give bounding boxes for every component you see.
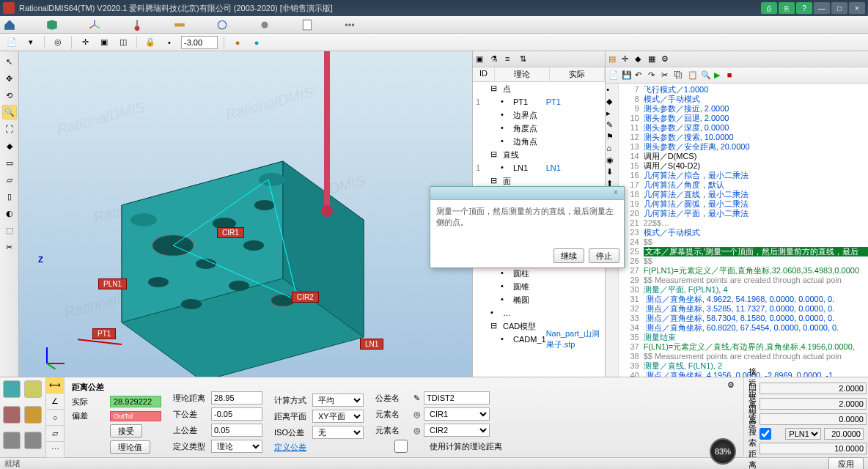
viewport-3d[interactable]: RationalDMISRationalDMIS RationalDMISRat…: [19, 51, 472, 377]
view-top-icon[interactable]: ▱: [2, 172, 17, 187]
titlebar-icon-1[interactable]: ⎙: [761, 2, 777, 14]
deftype-select[interactable]: 理论: [211, 440, 262, 453]
elem1-select[interactable]: CIR1: [424, 407, 490, 421]
code-tab2-icon[interactable]: ✛: [622, 54, 632, 64]
use-calc-checkbox[interactable]: [375, 440, 427, 453]
gutter-icon-3[interactable]: ▸: [606, 108, 617, 119]
toolbar-geom-icon[interactable]: [216, 18, 229, 32]
code-line[interactable]: 12测头参数／搜索, 10.0000: [620, 133, 868, 142]
tree-row[interactable]: •圆锥: [473, 280, 605, 293]
toolbar-report-icon[interactable]: [301, 18, 314, 32]
code-line[interactable]: 7飞行模式／1.0000: [620, 85, 868, 95]
calc-select[interactable]: 平均: [312, 394, 364, 407]
code-stop-icon[interactable]: ■: [727, 70, 738, 81]
code-line[interactable]: 17几何算法／角度，默认: [620, 180, 868, 190]
coord-input[interactable]: [181, 36, 218, 49]
toolbar-home-icon[interactable]: [3, 18, 16, 32]
tree-cube-icon[interactable]: ▣: [476, 54, 486, 64]
titlebar-icon-2[interactable]: ⎘: [779, 2, 795, 14]
maximize-button[interactable]: □: [831, 2, 847, 14]
code-line[interactable]: 13测头参数／安全距离, 20.0000: [620, 142, 868, 152]
toolbar-probe-icon[interactable]: [130, 18, 144, 32]
gutter-icon-1[interactable]: •: [606, 85, 617, 95]
bp-tab-plane-icon[interactable]: ▱: [46, 426, 64, 442]
code-line[interactable]: 9测头参数／接近, 2.0000: [620, 104, 868, 114]
code-tab3-icon[interactable]: ◆: [635, 54, 645, 64]
retract-input[interactable]: [760, 398, 867, 410]
reset-button[interactable]: 理论值: [110, 440, 150, 454]
bp-tab-more-icon[interactable]: ⋯: [46, 442, 64, 458]
bp-icon-3[interactable]: [3, 406, 21, 424]
code-save-icon[interactable]: 💾: [622, 70, 632, 81]
toolbar-gear-icon[interactable]: [258, 18, 271, 32]
code-tab5-icon[interactable]: ⚙: [661, 54, 672, 64]
toolbar-more-icon[interactable]: [343, 18, 356, 32]
code-line[interactable]: 20几何算法／平面，最小二乘法: [620, 209, 868, 218]
plane-num-input[interactable]: [824, 428, 864, 440]
view-target-icon[interactable]: ◎: [51, 35, 65, 50]
lock-icon[interactable]: 🔒: [143, 35, 158, 50]
plane-small-icon[interactable]: ◫: [116, 35, 130, 50]
tree-row[interactable]: •角度点: [473, 122, 605, 135]
tree-row[interactable]: •…: [473, 306, 605, 320]
dialog-continue-button[interactable]: 继续: [553, 248, 584, 263]
code-editor[interactable]: 7飞行模式／1.00008模式／手动模式9测头参数／接近, 2.000010测头…: [619, 84, 868, 377]
code-line[interactable]: 33 测点／直角坐标, 58.7304, 8.1580, 0.0000, 0.0…: [620, 314, 868, 323]
code-line[interactable]: 37F(LN1)=元素定义／直线,有边界的,直角坐标,4.1956,0.0000…: [620, 342, 868, 352]
code-line[interactable]: 8模式／手动模式: [620, 95, 868, 104]
code-line[interactable]: 16几何算法／拟合，最小二乘法: [620, 171, 868, 180]
iso-select[interactable]: 无: [312, 426, 364, 439]
tree-row[interactable]: •边界点: [473, 108, 605, 122]
code-line[interactable]: 29$$ Measurement points are created thro…: [620, 276, 868, 285]
code-tab1-icon[interactable]: ▤: [608, 54, 619, 64]
code-line[interactable]: 39测量／直线, F(LN1), 2: [620, 361, 868, 371]
fit-icon[interactable]: ⛶: [2, 122, 17, 136]
view-iso-icon[interactable]: ◆: [2, 139, 17, 153]
code-line[interactable]: 15调用／S(40-D2): [620, 161, 868, 171]
tree-row[interactable]: •边角点: [473, 135, 605, 148]
tree-row[interactable]: 1•LN1LN1: [473, 161, 605, 174]
code-line[interactable]: 27F(PLN1)=元素定义／平面,直角坐标,32.0608,35.4983,0…: [620, 266, 868, 276]
toolbar-measure-icon[interactable]: [173, 18, 186, 32]
tree-row[interactable]: •CADM_1Nan_part_山洞果子.stp: [473, 333, 605, 346]
code-line[interactable]: 38$$ Measurement points are created thro…: [620, 352, 868, 361]
dialog-stop-button[interactable]: 停止: [589, 248, 619, 263]
close-button[interactable]: ×: [849, 2, 865, 14]
code-line[interactable]: 24$$: [620, 237, 868, 247]
elem2-select[interactable]: CIR2: [424, 424, 490, 437]
code-line[interactable]: 23模式／手动模式: [620, 228, 868, 237]
bp-icon-1[interactable]: [3, 380, 21, 398]
view-front-icon[interactable]: ▭: [2, 155, 17, 170]
code-line[interactable]: 34 测点／直角坐标, 60.8020, 67.5454, 0.0000, 0.…: [620, 323, 868, 333]
axes-small-icon[interactable]: ✛: [78, 35, 92, 50]
code-line[interactable]: 31 测点／直角坐标, 4.9622, 54.1968, 0.0000, 0.0…: [620, 295, 868, 304]
bp-icon-2[interactable]: [24, 380, 42, 398]
code-line[interactable]: 11测头参数／深度, 0.0000: [620, 123, 868, 133]
zoom-icon[interactable]: 🔍: [2, 105, 17, 119]
code-line[interactable]: 19几何算法／圆弧，最小二乘法: [620, 199, 868, 209]
toolbar-cube-icon[interactable]: [45, 18, 59, 32]
bp-icon-5[interactable]: [3, 432, 21, 449]
titlebar-icon-3[interactable]: ?: [796, 2, 812, 14]
shade-icon[interactable]: ◐: [2, 206, 17, 221]
select-icon[interactable]: ↖: [2, 54, 17, 69]
code-line[interactable]: 32 测点／直角坐标, 3.5285, 11.7327, 0.0000, 0.0…: [620, 304, 868, 314]
gutter-icon-5[interactable]: ⚑: [606, 132, 617, 142]
tree-sort-icon[interactable]: ⇅: [520, 54, 530, 64]
gutter-icon-6[interactable]: ⌂: [606, 144, 617, 154]
depth-input[interactable]: [760, 413, 867, 425]
accept-button[interactable]: 接受: [110, 424, 142, 437]
gutter-icon-2[interactable]: ◆: [606, 97, 617, 107]
bp-gear-icon[interactable]: ⚙: [727, 380, 738, 391]
point-icon[interactable]: •: [162, 35, 177, 50]
code-line[interactable]: 10测头参数／回退, 2.0000: [620, 114, 868, 123]
code-undo-icon[interactable]: ↶: [635, 70, 645, 81]
dropdown-icon[interactable]: ▾: [23, 35, 38, 50]
code-redo-icon[interactable]: ↷: [648, 70, 658, 81]
theory-dist-input[interactable]: [211, 391, 262, 405]
code-line[interactable]: 18几何算法／直线，最小二乘法: [620, 190, 868, 199]
tree-row[interactable]: •圆柱: [473, 267, 605, 280]
clip-icon[interactable]: ✂: [2, 240, 17, 254]
gutter-icon-4[interactable]: ✎: [606, 120, 617, 130]
code-line[interactable]: 26$$: [620, 256, 868, 266]
